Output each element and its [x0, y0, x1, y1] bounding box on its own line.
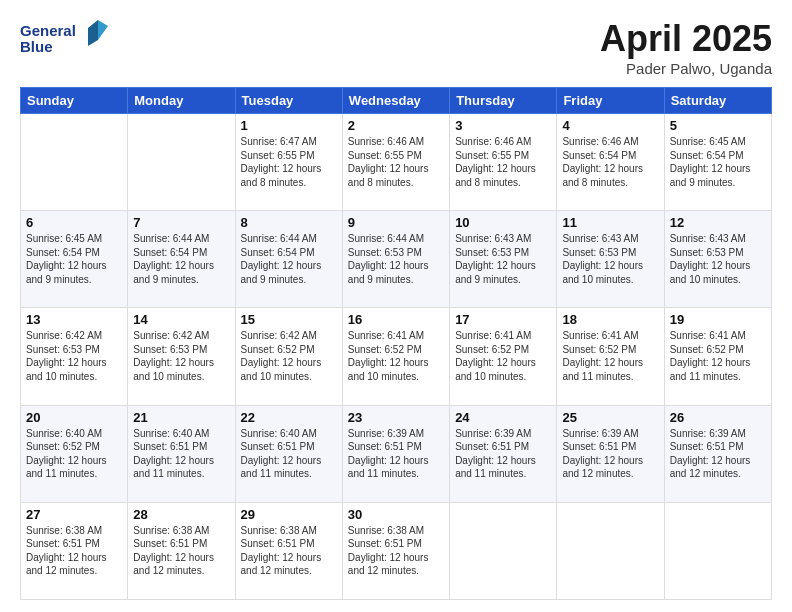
day-number: 12	[670, 215, 766, 230]
calendar-cell: 9Sunrise: 6:44 AM Sunset: 6:53 PM Daylig…	[342, 211, 449, 308]
day-info: Sunrise: 6:38 AM Sunset: 6:51 PM Dayligh…	[348, 524, 444, 578]
page: General Blue April 2025 Pader Palwo, Uga…	[0, 0, 792, 612]
day-number: 27	[26, 507, 122, 522]
calendar-cell: 29Sunrise: 6:38 AM Sunset: 6:51 PM Dayli…	[235, 502, 342, 599]
logo-svg: General Blue	[20, 18, 110, 62]
day-number: 17	[455, 312, 551, 327]
day-number: 28	[133, 507, 229, 522]
day-info: Sunrise: 6:43 AM Sunset: 6:53 PM Dayligh…	[455, 232, 551, 286]
weekday-header-wednesday: Wednesday	[342, 88, 449, 114]
week-row-4: 20Sunrise: 6:40 AM Sunset: 6:52 PM Dayli…	[21, 405, 772, 502]
calendar-cell: 18Sunrise: 6:41 AM Sunset: 6:52 PM Dayli…	[557, 308, 664, 405]
calendar-cell: 26Sunrise: 6:39 AM Sunset: 6:51 PM Dayli…	[664, 405, 771, 502]
day-info: Sunrise: 6:43 AM Sunset: 6:53 PM Dayligh…	[562, 232, 658, 286]
weekday-header-thursday: Thursday	[450, 88, 557, 114]
day-number: 16	[348, 312, 444, 327]
calendar-cell: 5Sunrise: 6:45 AM Sunset: 6:54 PM Daylig…	[664, 114, 771, 211]
weekday-header-sunday: Sunday	[21, 88, 128, 114]
day-number: 10	[455, 215, 551, 230]
logo: General Blue	[20, 18, 110, 62]
day-number: 7	[133, 215, 229, 230]
week-row-5: 27Sunrise: 6:38 AM Sunset: 6:51 PM Dayli…	[21, 502, 772, 599]
day-number: 23	[348, 410, 444, 425]
calendar-cell: 8Sunrise: 6:44 AM Sunset: 6:54 PM Daylig…	[235, 211, 342, 308]
calendar-cell: 16Sunrise: 6:41 AM Sunset: 6:52 PM Dayli…	[342, 308, 449, 405]
day-number: 8	[241, 215, 337, 230]
day-number: 11	[562, 215, 658, 230]
day-number: 4	[562, 118, 658, 133]
calendar-cell: 28Sunrise: 6:38 AM Sunset: 6:51 PM Dayli…	[128, 502, 235, 599]
day-info: Sunrise: 6:39 AM Sunset: 6:51 PM Dayligh…	[348, 427, 444, 481]
day-number: 9	[348, 215, 444, 230]
day-info: Sunrise: 6:44 AM Sunset: 6:54 PM Dayligh…	[133, 232, 229, 286]
day-number: 1	[241, 118, 337, 133]
day-info: Sunrise: 6:44 AM Sunset: 6:53 PM Dayligh…	[348, 232, 444, 286]
calendar-cell: 3Sunrise: 6:46 AM Sunset: 6:55 PM Daylig…	[450, 114, 557, 211]
day-number: 2	[348, 118, 444, 133]
svg-text:General: General	[20, 22, 76, 39]
calendar-cell: 25Sunrise: 6:39 AM Sunset: 6:51 PM Dayli…	[557, 405, 664, 502]
day-number: 5	[670, 118, 766, 133]
calendar-cell: 22Sunrise: 6:40 AM Sunset: 6:51 PM Dayli…	[235, 405, 342, 502]
day-info: Sunrise: 6:40 AM Sunset: 6:51 PM Dayligh…	[133, 427, 229, 481]
calendar-cell: 19Sunrise: 6:41 AM Sunset: 6:52 PM Dayli…	[664, 308, 771, 405]
day-info: Sunrise: 6:38 AM Sunset: 6:51 PM Dayligh…	[133, 524, 229, 578]
week-row-1: 1Sunrise: 6:47 AM Sunset: 6:55 PM Daylig…	[21, 114, 772, 211]
calendar-cell: 6Sunrise: 6:45 AM Sunset: 6:54 PM Daylig…	[21, 211, 128, 308]
day-info: Sunrise: 6:40 AM Sunset: 6:52 PM Dayligh…	[26, 427, 122, 481]
day-number: 25	[562, 410, 658, 425]
day-number: 20	[26, 410, 122, 425]
day-info: Sunrise: 6:45 AM Sunset: 6:54 PM Dayligh…	[670, 135, 766, 189]
calendar-cell: 23Sunrise: 6:39 AM Sunset: 6:51 PM Dayli…	[342, 405, 449, 502]
weekday-header-saturday: Saturday	[664, 88, 771, 114]
day-number: 21	[133, 410, 229, 425]
location: Pader Palwo, Uganda	[600, 60, 772, 77]
svg-text:Blue: Blue	[20, 38, 53, 55]
day-info: Sunrise: 6:46 AM Sunset: 6:55 PM Dayligh…	[348, 135, 444, 189]
weekday-header-friday: Friday	[557, 88, 664, 114]
calendar-cell: 1Sunrise: 6:47 AM Sunset: 6:55 PM Daylig…	[235, 114, 342, 211]
calendar-cell: 2Sunrise: 6:46 AM Sunset: 6:55 PM Daylig…	[342, 114, 449, 211]
day-number: 30	[348, 507, 444, 522]
calendar-cell: 20Sunrise: 6:40 AM Sunset: 6:52 PM Dayli…	[21, 405, 128, 502]
calendar-cell	[450, 502, 557, 599]
day-info: Sunrise: 6:38 AM Sunset: 6:51 PM Dayligh…	[26, 524, 122, 578]
calendar-cell: 24Sunrise: 6:39 AM Sunset: 6:51 PM Dayli…	[450, 405, 557, 502]
day-number: 29	[241, 507, 337, 522]
calendar-table: SundayMondayTuesdayWednesdayThursdayFrid…	[20, 87, 772, 600]
calendar-cell	[557, 502, 664, 599]
calendar-cell: 14Sunrise: 6:42 AM Sunset: 6:53 PM Dayli…	[128, 308, 235, 405]
calendar-cell	[21, 114, 128, 211]
weekday-header-monday: Monday	[128, 88, 235, 114]
day-number: 15	[241, 312, 337, 327]
calendar-cell: 27Sunrise: 6:38 AM Sunset: 6:51 PM Dayli…	[21, 502, 128, 599]
day-info: Sunrise: 6:41 AM Sunset: 6:52 PM Dayligh…	[670, 329, 766, 383]
day-number: 6	[26, 215, 122, 230]
calendar-cell: 15Sunrise: 6:42 AM Sunset: 6:52 PM Dayli…	[235, 308, 342, 405]
day-info: Sunrise: 6:46 AM Sunset: 6:55 PM Dayligh…	[455, 135, 551, 189]
calendar-cell: 17Sunrise: 6:41 AM Sunset: 6:52 PM Dayli…	[450, 308, 557, 405]
day-info: Sunrise: 6:42 AM Sunset: 6:53 PM Dayligh…	[26, 329, 122, 383]
calendar-cell: 10Sunrise: 6:43 AM Sunset: 6:53 PM Dayli…	[450, 211, 557, 308]
weekday-header-row: SundayMondayTuesdayWednesdayThursdayFrid…	[21, 88, 772, 114]
week-row-2: 6Sunrise: 6:45 AM Sunset: 6:54 PM Daylig…	[21, 211, 772, 308]
day-info: Sunrise: 6:41 AM Sunset: 6:52 PM Dayligh…	[455, 329, 551, 383]
day-number: 18	[562, 312, 658, 327]
day-number: 14	[133, 312, 229, 327]
calendar-cell: 4Sunrise: 6:46 AM Sunset: 6:54 PM Daylig…	[557, 114, 664, 211]
calendar-cell	[664, 502, 771, 599]
header: General Blue April 2025 Pader Palwo, Uga…	[20, 18, 772, 77]
day-info: Sunrise: 6:41 AM Sunset: 6:52 PM Dayligh…	[348, 329, 444, 383]
calendar-cell: 21Sunrise: 6:40 AM Sunset: 6:51 PM Dayli…	[128, 405, 235, 502]
day-info: Sunrise: 6:44 AM Sunset: 6:54 PM Dayligh…	[241, 232, 337, 286]
day-info: Sunrise: 6:43 AM Sunset: 6:53 PM Dayligh…	[670, 232, 766, 286]
day-number: 19	[670, 312, 766, 327]
day-info: Sunrise: 6:42 AM Sunset: 6:52 PM Dayligh…	[241, 329, 337, 383]
calendar-cell: 11Sunrise: 6:43 AM Sunset: 6:53 PM Dayli…	[557, 211, 664, 308]
svg-marker-3	[88, 20, 98, 46]
day-info: Sunrise: 6:39 AM Sunset: 6:51 PM Dayligh…	[455, 427, 551, 481]
day-info: Sunrise: 6:39 AM Sunset: 6:51 PM Dayligh…	[670, 427, 766, 481]
weekday-header-tuesday: Tuesday	[235, 88, 342, 114]
day-info: Sunrise: 6:40 AM Sunset: 6:51 PM Dayligh…	[241, 427, 337, 481]
day-info: Sunrise: 6:39 AM Sunset: 6:51 PM Dayligh…	[562, 427, 658, 481]
